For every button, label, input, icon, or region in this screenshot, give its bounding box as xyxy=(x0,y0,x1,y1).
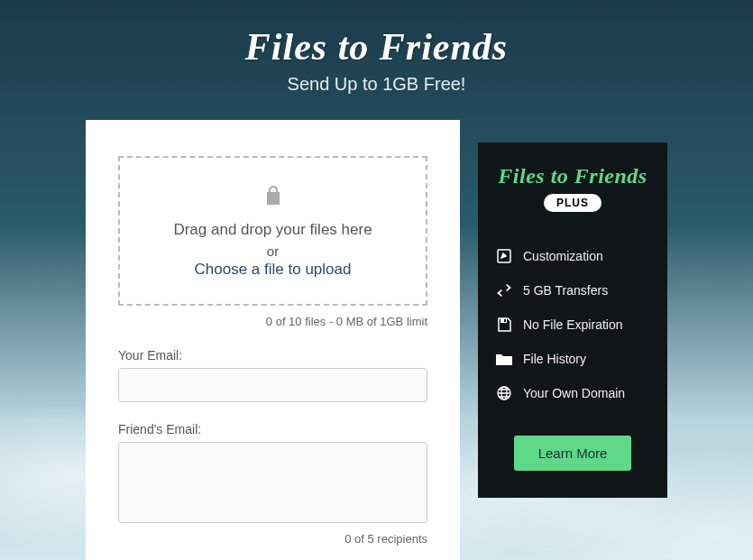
feature-expiration: No File Expiration xyxy=(496,308,649,342)
feature-transfers: 5 GB Transfers xyxy=(496,273,649,308)
upload-card: Drag and drop your files here or Choose … xyxy=(86,120,460,560)
save-icon xyxy=(496,317,512,333)
feature-label: No File Expiration xyxy=(523,317,623,332)
plus-badge: PLUS xyxy=(544,194,601,212)
file-count-status: 0 of 10 files - 0 MB of 1GB limit xyxy=(118,315,427,328)
plus-sidebar: Files to Friends PLUS Customization xyxy=(478,142,667,498)
your-email-group: Your Email: xyxy=(118,348,427,402)
friends-email-input[interactable] xyxy=(118,442,427,523)
edit-icon xyxy=(496,248,512,264)
learn-more-button[interactable]: Learn More xyxy=(514,436,631,471)
feature-domain: Your Own Domain xyxy=(496,376,649,410)
page-title: Files to Friends xyxy=(0,25,753,69)
friends-email-label: Friend's Email: xyxy=(118,422,427,436)
recipients-status: 0 of 5 recipients xyxy=(118,532,427,546)
feature-history: File History xyxy=(496,342,649,376)
feature-label: File History xyxy=(523,352,586,366)
page-subtitle: Send Up to 1GB Free! xyxy=(0,74,753,95)
main-container: Drag and drop your files here or Choose … xyxy=(0,120,753,560)
feature-label: 5 GB Transfers xyxy=(523,283,608,298)
feature-label: Your Own Domain xyxy=(523,386,625,400)
transfer-icon xyxy=(496,282,512,298)
dropzone-text: Drag and drop your files here xyxy=(138,217,408,242)
dropzone-or: or xyxy=(138,243,408,259)
friends-email-group: Friend's Email: 0 of 5 recipients xyxy=(118,422,427,546)
your-email-input[interactable] xyxy=(118,368,427,402)
sidebar-title: Files to Friends xyxy=(496,164,649,188)
file-dropzone[interactable]: Drag and drop your files here or Choose … xyxy=(118,156,427,306)
page-header: Files to Friends Send Up to 1GB Free! xyxy=(0,0,753,95)
feature-customization: Customization xyxy=(496,239,649,273)
feature-list: Customization 5 GB Transfers xyxy=(496,239,649,410)
sidebar-header: Files to Friends PLUS xyxy=(496,164,649,212)
folder-icon xyxy=(496,351,512,367)
globe-icon xyxy=(496,385,512,401)
lock-icon xyxy=(265,185,281,208)
your-email-label: Your Email: xyxy=(118,348,427,363)
choose-file-link[interactable]: Choose a file to upload xyxy=(195,261,352,278)
svg-rect-2 xyxy=(504,319,506,322)
feature-label: Customization xyxy=(523,249,603,263)
